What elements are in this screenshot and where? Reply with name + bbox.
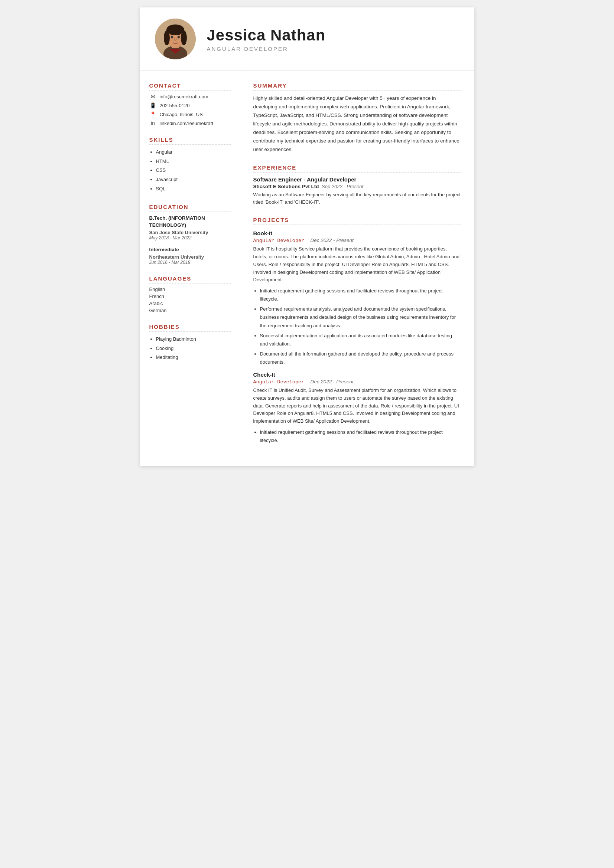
language-item: English bbox=[149, 287, 231, 292]
experience-item: Software Engineer - Angular Developer St… bbox=[253, 176, 461, 207]
header-info: Jessica Nathan ANGULAR DEVELOPER bbox=[207, 26, 326, 52]
main-content: SUMMARY Highly skilled and detail-orient… bbox=[240, 71, 474, 466]
resume-container: Jessica Nathan ANGULAR DEVELOPER CONTACT… bbox=[140, 8, 474, 466]
contact-email: ✉ info@resumekraft.com bbox=[149, 93, 231, 99]
email-icon: ✉ bbox=[149, 93, 157, 99]
edu-dates: Jun 2016 - Mar 2018 bbox=[149, 260, 231, 265]
skill-item: Angular bbox=[156, 148, 231, 157]
skill-item: HTML bbox=[156, 157, 231, 166]
skill-item: Javascript bbox=[156, 175, 231, 184]
svg-point-8 bbox=[177, 36, 180, 39]
projects-section: PROJECTS Book-It Angular Developer Dec 2… bbox=[253, 217, 461, 445]
project-bullet: Initiated requirement gathering sessions… bbox=[260, 287, 461, 303]
project-desc: Check IT is Unified Audit, Survey and As… bbox=[253, 387, 461, 425]
summary-section: SUMMARY Highly skilled and detail-orient… bbox=[253, 82, 461, 154]
skills-list: AngularHTMLCSSJavascriptSQL bbox=[149, 148, 231, 193]
languages-title: LANGUAGES bbox=[149, 275, 231, 284]
svg-point-6 bbox=[181, 30, 187, 45]
project-bullets: Initiated requirement gathering sessions… bbox=[253, 428, 461, 445]
education-title: EDUCATION bbox=[149, 204, 231, 212]
hobbies-title: HOBBIES bbox=[149, 324, 231, 332]
projects-title: PROJECTS bbox=[253, 217, 461, 225]
project-bullet: Documented all the information gathered … bbox=[260, 350, 461, 366]
hobby-item: Cooking bbox=[156, 344, 231, 353]
project-name: Book-It bbox=[253, 230, 461, 236]
contact-section: CONTACT ✉ info@resumekraft.com 📱 202-555… bbox=[149, 82, 231, 126]
skill-item: CSS bbox=[156, 166, 231, 175]
language-item: Arabic bbox=[149, 301, 231, 306]
header-title: ANGULAR DEVELOPER bbox=[207, 46, 326, 52]
exp-desc: Working as an Software Engineer by servi… bbox=[253, 191, 461, 207]
edu-school: San Jose State University bbox=[149, 230, 231, 235]
contact-linkedin: in linkedin.com/resumekraft bbox=[149, 120, 231, 126]
project-item: Check-It Angular Developer Dec 2022 - Pr… bbox=[253, 372, 461, 445]
project-bullet: Performed requirements analysis, analyze… bbox=[260, 305, 461, 330]
linkedin-value: linkedin.com/resumekraft bbox=[160, 121, 214, 126]
email-value: info@resumekraft.com bbox=[160, 94, 208, 99]
svg-point-7 bbox=[171, 36, 173, 39]
languages-section: LANGUAGES EnglishFrenchArabicGerman bbox=[149, 275, 231, 313]
header: Jessica Nathan ANGULAR DEVELOPER bbox=[140, 8, 474, 71]
project-bullet: Initiated requirement gathering sessions… bbox=[260, 428, 461, 445]
hobby-item: Meditating bbox=[156, 353, 231, 362]
education-section: EDUCATION B.Tech. (INFORMATION TECHNOLOG… bbox=[149, 204, 231, 265]
edu-degree: B.Tech. (INFORMATION TECHNOLOGY) bbox=[149, 215, 231, 229]
contact-location: 📍 Chicago, Illinois, US bbox=[149, 111, 231, 117]
phone-icon: 📱 bbox=[149, 102, 157, 108]
project-role: Angular Developer Dec 2022 - Present bbox=[253, 379, 461, 385]
linkedin-icon: in bbox=[149, 120, 157, 126]
language-item: French bbox=[149, 293, 231, 299]
sidebar: CONTACT ✉ info@resumekraft.com 📱 202-555… bbox=[140, 71, 240, 466]
svg-point-5 bbox=[164, 30, 170, 45]
skills-title: SKILLS bbox=[149, 136, 231, 145]
body: CONTACT ✉ info@resumekraft.com 📱 202-555… bbox=[140, 71, 474, 466]
education-item: Intermediate Northeastern University Jun… bbox=[149, 246, 231, 265]
skill-item: SQL bbox=[156, 184, 231, 194]
avatar bbox=[155, 19, 196, 59]
exp-company: Sticsoft E Solutions Pvt Ltd Sep 2022 - … bbox=[253, 184, 461, 189]
contact-phone: 📱 202-555-0120 bbox=[149, 102, 231, 108]
exp-title: Software Engineer - Angular Developer bbox=[253, 176, 461, 183]
project-role: Angular Developer Dec 2022 - Present bbox=[253, 237, 461, 243]
hobbies-section: HOBBIES Playing BadmintonCookingMeditati… bbox=[149, 324, 231, 362]
skills-section: SKILLS AngularHTMLCSSJavascriptSQL bbox=[149, 136, 231, 193]
edu-dates: May 2018 - Mar 2022 bbox=[149, 235, 231, 240]
summary-title: SUMMARY bbox=[253, 82, 461, 91]
hobby-item: Playing Badminton bbox=[156, 335, 231, 344]
project-name: Check-It bbox=[253, 372, 461, 378]
project-desc: Book IT is hospitality Service platform … bbox=[253, 245, 461, 284]
project-bullet: Successful implementation of application… bbox=[260, 332, 461, 348]
location-value: Chicago, Illinois, US bbox=[160, 112, 203, 117]
phone-value: 202-555-0120 bbox=[160, 103, 190, 108]
edu-degree: Intermediate bbox=[149, 246, 231, 253]
education-item: B.Tech. (INFORMATION TECHNOLOGY) San Jos… bbox=[149, 215, 231, 240]
project-bullets: Initiated requirement gathering sessions… bbox=[253, 287, 461, 366]
project-item: Book-It Angular Developer Dec 2022 - Pre… bbox=[253, 230, 461, 366]
location-icon: 📍 bbox=[149, 111, 157, 117]
language-item: German bbox=[149, 308, 231, 313]
summary-text: Highly skilled and detail-oriented Angul… bbox=[253, 94, 461, 154]
edu-school: Northeastern University bbox=[149, 254, 231, 260]
header-name: Jessica Nathan bbox=[207, 26, 326, 44]
experience-title: EXPERIENCE bbox=[253, 164, 461, 172]
hobbies-list: Playing BadmintonCookingMeditating bbox=[149, 335, 231, 362]
experience-section: EXPERIENCE Software Engineer - Angular D… bbox=[253, 164, 461, 207]
contact-title: CONTACT bbox=[149, 82, 231, 91]
